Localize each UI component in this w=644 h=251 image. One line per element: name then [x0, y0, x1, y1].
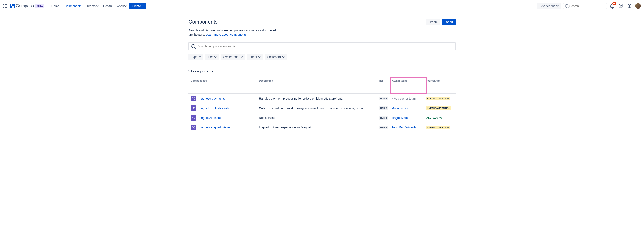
help-icon: ?: [619, 4, 623, 8]
notifications-button[interactable]: 9+: [609, 3, 616, 10]
component-type-icon: [190, 96, 196, 101]
nav-teams-label: Teams: [87, 4, 96, 8]
filter-scorecard[interactable]: Scorecard: [264, 54, 287, 60]
owner-team-link[interactable]: Magnetizers: [392, 106, 408, 110]
app-switcher-icon[interactable]: [2, 4, 8, 9]
col-description: Description: [259, 79, 378, 92]
create-button[interactable]: Create: [426, 19, 440, 25]
svg-point-10: [194, 126, 195, 127]
search-icon: [565, 4, 568, 8]
svg-point-7: [194, 117, 195, 117]
page-subtitle: Search and discover software components …: [188, 28, 287, 37]
nav-health[interactable]: Health: [101, 3, 114, 9]
component-link[interactable]: magnetic-payments: [199, 97, 225, 100]
nav-apps[interactable]: Apps: [115, 3, 128, 9]
nav-teams[interactable]: Teams: [84, 3, 100, 9]
product-logo[interactable]: Compass BETA: [10, 4, 44, 8]
component-link[interactable]: magnetize-playback-data: [199, 106, 232, 110]
component-description: Redis cache: [259, 116, 378, 120]
filter-type[interactable]: Type: [188, 54, 204, 60]
profile-button[interactable]: [634, 3, 642, 10]
filter-owner-team[interactable]: Owner team: [220, 54, 245, 60]
global-search-input[interactable]: [570, 4, 605, 8]
chevron-down-icon: [199, 55, 201, 58]
page-title: Components: [188, 19, 218, 25]
component-type-icon: [190, 105, 196, 111]
filter-tier[interactable]: Tier: [205, 54, 219, 60]
component-description: Collects metadata from streaming session…: [259, 106, 378, 110]
feedback-button[interactable]: Give feedback: [537, 3, 561, 9]
add-owner-team-button[interactable]: + Add owner team: [392, 97, 416, 100]
chevron-down-icon: [258, 55, 261, 58]
nav-home[interactable]: Home: [49, 3, 62, 9]
chevron-down-icon: [96, 4, 98, 7]
chevron-down-icon: [241, 55, 243, 58]
learn-more-link[interactable]: Learn more about components: [206, 33, 246, 36]
col-tier: Tier: [378, 79, 392, 92]
notification-badge: 9+: [612, 2, 616, 5]
owner-team-link[interactable]: Magnetizers: [392, 116, 408, 120]
table-row: magnetic-loggedout-webLogged out web exp…: [188, 123, 456, 132]
global-search[interactable]: [563, 3, 607, 9]
scorecard-badge: 2 NEED ATTENTION: [426, 97, 450, 100]
col-component[interactable]: Component: [190, 79, 259, 92]
svg-point-2: [194, 99, 195, 100]
settings-button[interactable]: [626, 3, 633, 10]
chevron-down-icon: [124, 4, 127, 7]
search-icon: [192, 44, 195, 48]
component-type-icon: [190, 115, 196, 121]
gear-icon: [628, 4, 632, 8]
help-button[interactable]: ?: [618, 3, 624, 10]
compass-icon: [10, 4, 14, 8]
chevron-down-icon: [282, 55, 284, 58]
components-table: Component Description Tier Owner team Sc…: [188, 78, 456, 132]
filter-label[interactable]: Label: [247, 54, 263, 60]
col-owner-team: Owner team: [392, 79, 426, 92]
product-name: Compass: [16, 4, 34, 8]
scorecard-badge: 2 NEED ATTENTION: [426, 126, 450, 129]
scorecard-badge: 1 NEEDS ATTENTION: [426, 106, 451, 110]
nav-apps-label: Apps: [117, 4, 124, 8]
nav-components[interactable]: Components: [62, 3, 84, 9]
svg-point-11: [194, 128, 195, 128]
avatar: [635, 3, 641, 9]
tier-badge: TIER 1: [378, 116, 388, 120]
svg-point-5: [194, 109, 195, 109]
tier-badge: TIER 1: [378, 97, 388, 100]
component-type-icon: [190, 125, 196, 130]
svg-point-1: [194, 97, 195, 98]
component-search[interactable]: [188, 42, 456, 50]
component-description: Logged out web experience for Magnetic.: [259, 126, 378, 129]
table-row: magnetize-cacheRedis cacheTIER 1Magnetiz…: [188, 113, 456, 123]
nav-create-button[interactable]: Create: [129, 3, 146, 9]
tier-badge: TIER 2: [378, 126, 388, 129]
table-row: magnetic-paymentsHandles payment process…: [188, 94, 456, 104]
chevron-down-icon: [142, 4, 144, 7]
owner-team-link[interactable]: Front End Wizards: [392, 126, 416, 129]
highlight-annotation: Owner team: [390, 77, 427, 94]
create-label: Create: [132, 4, 141, 8]
import-button[interactable]: Import: [442, 19, 456, 25]
component-count: 31 components: [188, 70, 456, 73]
beta-badge: BETA: [35, 4, 44, 8]
component-link[interactable]: magnetize-cache: [199, 116, 222, 120]
col-scorecards: Scorecards: [426, 79, 458, 92]
component-description: Handles payment processing for orders on…: [259, 97, 378, 100]
svg-point-4: [194, 107, 195, 108]
component-search-input[interactable]: [198, 45, 452, 48]
scorecard-badge: ALL PASSING: [426, 116, 443, 120]
component-link[interactable]: magnetic-loggedout-web: [199, 126, 232, 129]
svg-point-8: [194, 118, 195, 119]
tier-badge: TIER 2: [378, 106, 388, 110]
table-row: magnetize-playback-dataCollects metadata…: [188, 104, 456, 113]
chevron-down-icon: [214, 55, 216, 58]
